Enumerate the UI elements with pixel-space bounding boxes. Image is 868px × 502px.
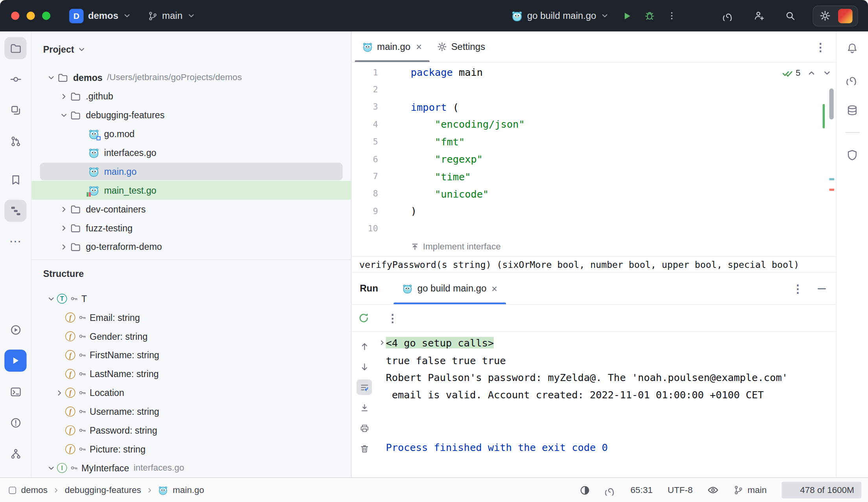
tree-item-go-terraform-demo[interactable]: go-terraform-demo bbox=[31, 237, 351, 256]
previous-problem-button[interactable] bbox=[807, 69, 816, 78]
scroll-to-end-button[interactable] bbox=[357, 400, 372, 415]
close-window-button[interactable] bbox=[11, 12, 19, 20]
structure-item-location[interactable]: f Location bbox=[31, 383, 351, 402]
user-avatar[interactable] bbox=[838, 9, 853, 23]
code-line[interactable]: 7 "time" bbox=[351, 168, 836, 185]
more-toolwindows-button[interactable]: ⋯ bbox=[4, 231, 26, 253]
run-more-actions-button[interactable] bbox=[663, 7, 680, 24]
file-encoding-widget[interactable]: UTF-8 bbox=[668, 485, 693, 495]
code-line[interactable]: 9) bbox=[351, 203, 836, 220]
vcs-branch-widget[interactable]: main bbox=[143, 7, 199, 25]
implement-interface-hint[interactable]: Implement interface bbox=[411, 242, 501, 251]
commit-toolwindow-button[interactable] bbox=[4, 68, 26, 90]
tree-item-fuzz-testing[interactable]: fuzz-testing bbox=[31, 218, 351, 237]
code-line[interactable]: 1package main bbox=[351, 64, 836, 81]
run-options-button[interactable]: ⋮ bbox=[792, 283, 803, 294]
chevron-down-icon[interactable] bbox=[45, 73, 57, 82]
code-line[interactable]: 5 "fmt" bbox=[351, 133, 836, 150]
structure-item-email[interactable]: f Email: string bbox=[31, 308, 351, 327]
git-toolwindow-button[interactable] bbox=[4, 443, 26, 465]
ai-assistant-button[interactable] bbox=[720, 7, 736, 24]
soft-wrap-button[interactable] bbox=[357, 379, 372, 395]
structure-item-password[interactable]: f Password: string bbox=[31, 421, 351, 440]
close-icon[interactable]: × bbox=[416, 42, 422, 51]
bookmarks-toolwindow-button[interactable] bbox=[4, 169, 26, 191]
copy-toolwindow-button[interactable] bbox=[4, 99, 26, 121]
reader-mode-button[interactable] bbox=[708, 485, 719, 496]
chevron-right-icon[interactable] bbox=[57, 242, 70, 251]
tab-options-button[interactable]: ⋮ bbox=[815, 41, 826, 52]
code-line[interactable]: 3import ( bbox=[351, 98, 836, 115]
theme-toggle-button[interactable] bbox=[579, 485, 590, 495]
structure-item-gender[interactable]: f Gender: string bbox=[31, 327, 351, 346]
console-options-button[interactable]: ⋮ bbox=[387, 313, 398, 324]
chevron-down-icon[interactable] bbox=[45, 295, 57, 303]
security-toolwindow-button[interactable] bbox=[841, 144, 863, 166]
code-line[interactable]: 8 "unicode" bbox=[351, 185, 836, 202]
tree-item-dev-containers[interactable]: dev-containers bbox=[31, 200, 351, 218]
git-branch-widget[interactable]: main bbox=[734, 485, 767, 495]
tree-item-go-mod[interactable]: go.mod bbox=[31, 125, 351, 143]
notifications-button[interactable] bbox=[841, 37, 863, 59]
code-line[interactable]: 10 bbox=[351, 220, 836, 237]
function-signature-bar[interactable]: verifyPassword(s string) (sixOrMore bool… bbox=[351, 256, 836, 273]
debug-button[interactable] bbox=[641, 7, 658, 24]
print-button[interactable] bbox=[357, 420, 372, 436]
settings-button[interactable] bbox=[818, 9, 831, 22]
inspection-status[interactable]: 5 bbox=[782, 68, 800, 78]
fold-expand-icon[interactable] bbox=[378, 339, 386, 346]
down-stack-trace-button[interactable] bbox=[357, 359, 372, 374]
project-widget[interactable]: D demos bbox=[65, 5, 136, 26]
tab-main-go[interactable]: main.go × bbox=[355, 31, 430, 62]
code-line[interactable]: 4 "encoding/json" bbox=[351, 116, 836, 133]
chevron-down-icon[interactable] bbox=[57, 111, 70, 119]
run-tab-go-build[interactable]: go build main.go × bbox=[394, 273, 506, 304]
structure-item-lastname[interactable]: f LastName: string bbox=[31, 365, 351, 383]
problems-toolwindow-button[interactable] bbox=[4, 412, 26, 434]
next-problem-button[interactable] bbox=[823, 69, 832, 78]
tree-item-github[interactable]: .github bbox=[31, 87, 351, 106]
breadcrumb-demos[interactable]: demos bbox=[21, 485, 48, 495]
tab-settings[interactable]: Settings bbox=[430, 31, 493, 62]
database-toolwindow-button[interactable] bbox=[841, 99, 863, 121]
structure-item-t[interactable]: T T bbox=[31, 289, 351, 308]
tree-item-demos[interactable]: demos /Users/jetbrains/goProjects/demos bbox=[31, 68, 351, 87]
run-button[interactable] bbox=[619, 7, 635, 24]
tree-item-debugging-features[interactable]: debugging-features bbox=[31, 106, 351, 125]
structure-item-myinterface[interactable]: I MyInterface interfaces.go bbox=[31, 458, 351, 477]
run-console[interactable]: <4 go setup calls> true false true true … bbox=[377, 332, 836, 477]
chevron-right-icon[interactable] bbox=[57, 224, 70, 232]
tree-item-main-go[interactable]: main.go bbox=[31, 162, 351, 181]
breadcrumb-debugging-features[interactable]: debugging-features bbox=[65, 485, 141, 495]
rerun-button[interactable] bbox=[358, 313, 369, 324]
clear-console-button[interactable] bbox=[357, 441, 372, 456]
services-toolwindow-button[interactable] bbox=[4, 319, 26, 341]
project-toolwindow-button[interactable] bbox=[4, 37, 26, 59]
folded-region[interactable]: <4 go setup calls> bbox=[386, 337, 494, 349]
close-icon[interactable]: × bbox=[491, 284, 497, 293]
project-pane-header[interactable]: Project bbox=[31, 31, 351, 59]
run-toolwindow-button[interactable] bbox=[4, 350, 26, 372]
breadcrumb-main-go[interactable]: main.go bbox=[173, 485, 204, 495]
code-line[interactable]: 6 "regexp" bbox=[351, 150, 836, 168]
caret-position-widget[interactable]: 65:31 bbox=[631, 485, 653, 495]
search-everywhere-button[interactable] bbox=[782, 7, 798, 24]
structure-pane-header[interactable]: Structure bbox=[31, 260, 351, 282]
zoom-window-button[interactable] bbox=[42, 12, 50, 20]
chevron-right-icon[interactable] bbox=[57, 205, 70, 213]
structure-item-picture[interactable]: f Picture: string bbox=[31, 440, 351, 458]
tree-item-interfaces-go[interactable]: interfaces.go bbox=[31, 143, 351, 162]
tree-item-main-test-go[interactable]: main_test.go bbox=[31, 181, 351, 200]
run-configuration-selector[interactable]: go build main.go bbox=[507, 7, 613, 25]
structure-toolwindow-button[interactable] bbox=[4, 200, 26, 222]
editor-scrollbar[interactable] bbox=[829, 88, 833, 119]
chevron-right-icon[interactable] bbox=[57, 92, 70, 100]
terminal-toolwindow-button[interactable] bbox=[4, 381, 26, 403]
code-line[interactable]: 2 bbox=[351, 81, 836, 98]
structure-item-firstname[interactable]: f FirstName: string bbox=[31, 346, 351, 365]
minimize-window-button[interactable] bbox=[27, 12, 35, 20]
code-editor[interactable]: 1package main 2 3import ( 4 "encoding/js… bbox=[351, 62, 836, 256]
code-with-me-button[interactable] bbox=[750, 7, 767, 24]
ai-status-button[interactable] bbox=[605, 485, 616, 495]
up-stack-trace-button[interactable] bbox=[357, 339, 372, 354]
